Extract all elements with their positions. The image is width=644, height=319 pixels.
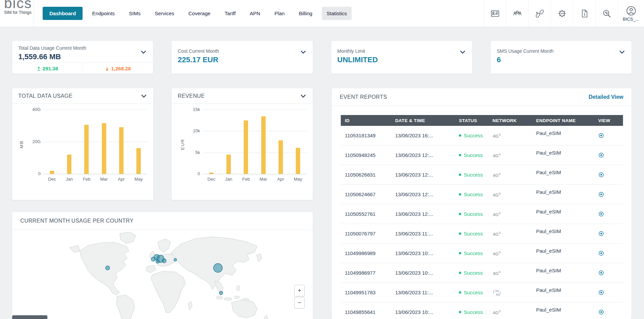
nav-item-apn[interactable]: APN xyxy=(245,7,265,20)
event-network: 4G xyxy=(488,269,532,277)
svg-text:4G: 4G xyxy=(493,271,498,276)
chart-title: TOTAL DATA USAGE xyxy=(18,93,72,99)
view-eye-icon[interactable] xyxy=(598,290,604,295)
status-dot xyxy=(459,252,461,254)
event-row: 1104985564113/06/2023 10:...Success4GPau… xyxy=(341,302,623,319)
nav-item-dashboard[interactable]: Dashboard xyxy=(43,7,83,20)
view-eye-icon[interactable] xyxy=(598,231,604,236)
sim-links-icon xyxy=(535,9,545,18)
brand-logo[interactable]: bics SIM for Things xyxy=(0,0,34,27)
upload-arrow-icon xyxy=(37,66,41,71)
diagnostics-button[interactable] xyxy=(595,0,618,27)
bar xyxy=(50,171,54,174)
brand-tagline: SIM for Things xyxy=(4,10,34,15)
nav-item-plan[interactable]: Plan xyxy=(270,7,289,20)
bar xyxy=(67,155,71,174)
events-table-body: 1105318134913/06/2023 16:...Success4GPau… xyxy=(341,126,623,319)
event-status: Success xyxy=(455,191,488,197)
id-card-button[interactable] xyxy=(484,0,506,27)
top-nav-bar: bics SIM for Things DashboardEndpointsSI… xyxy=(0,0,644,27)
user-name: BICS_... xyxy=(623,17,639,22)
users-button[interactable] xyxy=(506,0,528,27)
event-datetime: 13/06/2023 10:... xyxy=(391,309,455,315)
svg-text:4G: 4G xyxy=(493,153,498,158)
view-eye-icon[interactable] xyxy=(598,133,604,138)
event-row: 1105094824513/06/2023 12:...Success4GPau… xyxy=(341,145,623,165)
nav-item-coverage[interactable]: Coverage xyxy=(184,7,215,20)
x-axis-tick: May xyxy=(130,177,147,182)
nav-item-tariff[interactable]: Tariff xyxy=(220,7,240,20)
api-button[interactable]: API xyxy=(551,0,573,27)
network-4g-icon: 4G xyxy=(492,171,501,179)
event-endpoint: Paul_eSIM xyxy=(532,204,594,214)
info-doc-button[interactable] xyxy=(573,0,595,27)
svg-text:API: API xyxy=(560,12,564,15)
chevron-down-icon[interactable] xyxy=(141,49,146,55)
x-axis-tick: Feb xyxy=(237,177,254,182)
network-4g-icon: 4G xyxy=(492,152,501,159)
network-4g-icon: 4G xyxy=(492,269,501,277)
column-header: ENDPOINT NAME xyxy=(532,118,594,123)
view-eye-icon[interactable] xyxy=(598,250,604,256)
y-axis-tick: 20G xyxy=(12,139,41,144)
chevron-down-icon[interactable] xyxy=(460,49,465,55)
event-endpoint: Paul_eSIM xyxy=(532,165,594,175)
nav-item-endpoints[interactable]: Endpoints xyxy=(87,7,119,20)
detailed-view-link[interactable]: Detailed View xyxy=(589,94,623,100)
view-eye-icon[interactable] xyxy=(598,152,604,158)
bar xyxy=(102,123,106,174)
stat-card-total-data-usage: Total Data Usage Current Month 1,559.66 … xyxy=(12,41,153,74)
event-view xyxy=(594,152,623,158)
status-dot xyxy=(459,213,461,215)
bar xyxy=(84,125,89,174)
event-datetime: 13/06/2023 12:... xyxy=(391,152,455,158)
view-eye-icon[interactable] xyxy=(598,211,604,217)
event-id: 11050948245 xyxy=(341,152,391,158)
usage-bubble xyxy=(156,260,159,263)
network-4g-icon: 4G xyxy=(492,230,501,237)
stat-title: Cost Current Month xyxy=(178,48,306,54)
event-network: 4G xyxy=(488,191,532,198)
event-id: 11049951783 xyxy=(341,290,391,295)
events-table: IDDATE & TIMESTATUSNETWORKENDPOINT NAMEV… xyxy=(341,115,623,319)
x-axis-tick: Mar xyxy=(255,177,272,182)
event-endpoint: Paul_eSIM xyxy=(532,126,594,136)
avatar-icon xyxy=(626,5,637,16)
event-row: 1105062466713/06/2023 12:...Success4GPau… xyxy=(341,185,623,204)
chevron-down-icon[interactable] xyxy=(619,49,625,55)
nav-item-services[interactable]: Services xyxy=(150,7,179,20)
event-id: 11053181349 xyxy=(341,133,391,138)
network-4g-icon: 4G xyxy=(492,132,501,139)
map-zoom-out-button[interactable]: − xyxy=(294,297,305,309)
stat-value: UNLIMITED xyxy=(337,55,466,64)
chevron-down-icon[interactable] xyxy=(301,49,306,55)
event-row: 1105318134913/06/2023 16:...Success4GPau… xyxy=(341,126,623,145)
info-document-icon xyxy=(580,9,589,18)
y-axis-tick: 15k xyxy=(172,107,200,112)
charts-row: TOTAL DATA USAGE MB DecJanFebMarAprMay 4… xyxy=(12,88,313,200)
event-id: 11050076797 xyxy=(341,231,391,236)
nav-item-billing[interactable]: Billing xyxy=(294,7,317,20)
bottom-left-widget xyxy=(12,315,47,319)
event-reports-card: EVENT REPORTS Detailed View IDDATE & TIM… xyxy=(332,88,631,319)
event-endpoint: Paul_eSIM xyxy=(532,263,594,273)
event-endpoint: Paul_eSIM xyxy=(532,145,594,156)
view-eye-icon[interactable] xyxy=(598,309,604,315)
y-axis-tick: 10k xyxy=(172,128,200,133)
view-eye-icon[interactable] xyxy=(598,172,604,178)
map-zoom-in-button[interactable]: + xyxy=(294,285,305,296)
nav-item-statistics[interactable]: Statistics xyxy=(322,7,352,20)
chevron-down-icon[interactable] xyxy=(301,93,306,99)
nav-item-sims[interactable]: SIMs xyxy=(124,7,145,20)
event-id: 11050624667 xyxy=(341,191,391,197)
column-header: VIEW xyxy=(594,118,623,123)
usage-bubble xyxy=(214,264,222,272)
event-datetime: 13/06/2023 12:... xyxy=(391,211,455,217)
view-eye-icon[interactable] xyxy=(598,191,604,197)
user-menu[interactable]: BICS_... xyxy=(618,0,644,27)
chevron-down-icon[interactable] xyxy=(141,93,147,99)
event-id: 11049986977 xyxy=(341,270,391,276)
view-eye-icon[interactable] xyxy=(598,270,604,276)
events-title: EVENT REPORTS xyxy=(340,94,387,100)
sim-links-button[interactable] xyxy=(528,0,551,27)
